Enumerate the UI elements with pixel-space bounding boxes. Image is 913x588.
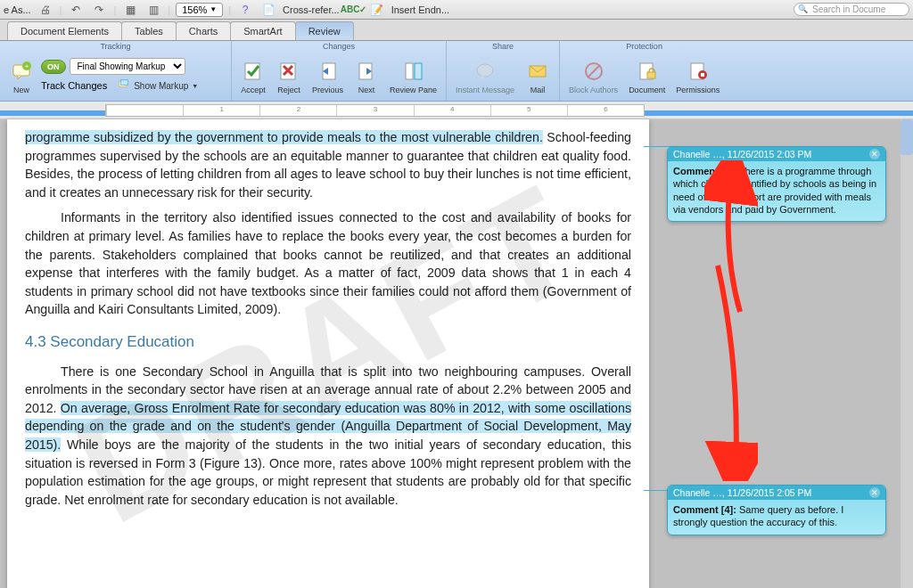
group-title-share: Share (452, 41, 554, 52)
comment-author-2: Chanelle …, (673, 487, 725, 498)
group-title-tracking: Tracking (5, 41, 226, 52)
ribbon-tabs: Document Elements Tables Charts SmartArt… (0, 20, 913, 41)
protect-document-button[interactable]: Document (625, 57, 669, 96)
search-input[interactable]: Search in Docume (794, 3, 909, 16)
comments-pane: Chanelle …, 11/26/2015 2:03 PM ✕ Comment… (649, 119, 899, 588)
redo-icon[interactable]: ↷ (90, 2, 108, 18)
tab-review[interactable]: Review (295, 21, 354, 40)
protect-document-label: Document (629, 86, 665, 94)
comment-author-1: Chanelle …, (673, 149, 725, 159)
ribbon-group-changes: Changes Accept Reject Previous Next Revi… (232, 41, 447, 101)
vertical-scrollbar[interactable] (901, 119, 913, 588)
new-label: New (13, 86, 29, 94)
accept-icon (241, 59, 266, 84)
next-change-icon (354, 59, 379, 84)
tab-document-elements[interactable]: Document Elements (7, 21, 122, 40)
reject-icon (276, 59, 301, 84)
comment-body-2: Comment [4]: Same query as before. I str… (668, 500, 885, 535)
comment-timestamp-1: 11/26/2015 2:03 PM (728, 149, 812, 159)
reject-label: Reject (277, 86, 300, 94)
instant-message-button[interactable]: Instant Message (452, 57, 518, 96)
next-change-label: Next (358, 86, 375, 94)
insert-endnote-label[interactable]: Insert Endn... (391, 4, 449, 15)
document-area: DRAFT programme subsidized by the govern… (0, 119, 913, 588)
document-page[interactable]: DRAFT programme subsidized by the govern… (7, 119, 649, 588)
zoom-value: 156% (182, 4, 207, 15)
im-label: Instant Message (456, 86, 514, 94)
previous-label: Previous (312, 86, 343, 94)
mail-label: Mail (531, 86, 546, 94)
track-changes-label: Track Changes (41, 80, 107, 91)
im-icon (473, 59, 498, 84)
show-markup-label: Show Markup (134, 81, 188, 91)
comment-balloon-1[interactable]: Chanelle …, 11/26/2015 2:03 PM ✕ Comment… (667, 146, 886, 222)
ribbon: Tracking + New ON Final Showing Markup T… (0, 41, 913, 102)
svg-rect-10 (415, 63, 422, 79)
block-authors-button[interactable]: Block Authors (565, 57, 621, 96)
zoom-selector[interactable]: 156%▼ (176, 3, 223, 17)
quick-access-toolbar: e As... 🖨 | ↶ ↷ | ▦ ▥ | 156%▼ | ? 📄 Cros… (0, 0, 913, 20)
show-markup-button[interactable]: Show Markup ▼ (114, 77, 202, 94)
tab-charts[interactable]: Charts (176, 21, 231, 40)
comment-header-2: Chanelle …, 11/26/2015 2:05 PM ✕ (668, 486, 885, 500)
show-markup-icon (118, 78, 130, 93)
paragraph-3b: While boys are the majority of the stude… (25, 437, 631, 507)
comment-balloon-2[interactable]: Chanelle …, 11/26/2015 2:05 PM ✕ Comment… (667, 485, 886, 535)
svg-text:+: + (25, 62, 29, 70)
help-icon[interactable]: ? (236, 2, 254, 18)
cross-reference-label[interactable]: Cross-refer... (283, 4, 340, 15)
previous-icon (316, 59, 341, 84)
review-pane-button[interactable]: Review Pane (386, 57, 440, 96)
svg-rect-9 (406, 63, 413, 79)
highlighted-text-1: programme subsidized by the government t… (25, 130, 543, 144)
comment-body-1: Comment [3]: There is a programme throug… (668, 161, 885, 221)
previous-button[interactable]: Previous (308, 57, 347, 96)
review-pane-icon (401, 59, 426, 84)
markup-mode-select[interactable]: Final Showing Markup (70, 58, 185, 75)
endnote-icon[interactable]: 📝 (368, 2, 386, 18)
horizontal-ruler[interactable]: 123456 (0, 102, 913, 119)
reject-button[interactable]: Reject (273, 57, 305, 96)
print-icon[interactable]: 🖨 (37, 2, 54, 18)
undo-icon[interactable]: ↶ (67, 2, 85, 18)
svg-point-11 (477, 64, 493, 77)
tab-smartart[interactable]: SmartArt (230, 21, 295, 40)
scrollbar-thumb[interactable] (901, 119, 913, 155)
mail-icon (525, 59, 550, 84)
bookmark-icon[interactable]: 📄 (259, 2, 277, 18)
table-icon[interactable]: ▦ (121, 2, 139, 18)
comment-timestamp-2: 11/26/2015 2:05 PM (728, 487, 812, 498)
comment-close-1[interactable]: ✕ (869, 149, 880, 159)
accept-button[interactable]: Accept (237, 57, 269, 96)
review-pane-label: Review Pane (390, 86, 437, 94)
svg-rect-17 (647, 72, 655, 78)
comment-label-1: Comment [3]: (673, 166, 736, 176)
section-heading: 4.3 Secondary Education (25, 331, 631, 354)
spellcheck-icon[interactable]: ABC✓ (345, 2, 363, 18)
document-lock-icon (635, 59, 660, 84)
search-placeholder: Search in Docume (812, 4, 885, 14)
svg-rect-20 (701, 73, 704, 77)
comment-header-1: Chanelle …, 11/26/2015 2:03 PM ✕ (668, 147, 885, 161)
permissions-button[interactable]: Permissions (672, 57, 723, 96)
save-as-label[interactable]: e As... (4, 4, 31, 15)
comment-label-2: Comment [4]: (673, 504, 736, 515)
group-title-changes: Changes (237, 41, 440, 52)
svg-rect-4 (121, 80, 128, 86)
accept-label: Accept (241, 86, 266, 94)
columns-icon[interactable]: ▥ (144, 2, 162, 18)
ribbon-group-protection: Protection Block Authors Document Permis… (560, 41, 728, 101)
tab-tables[interactable]: Tables (121, 21, 177, 40)
permissions-label: Permissions (676, 86, 720, 94)
paragraph-2: Informants in the territory also identif… (25, 208, 631, 319)
block-authors-label: Block Authors (569, 86, 618, 94)
mail-button[interactable]: Mail (522, 57, 554, 96)
ribbon-group-share: Share Instant Message Mail (447, 41, 560, 101)
new-comment-icon: + (9, 59, 34, 84)
track-changes-toggle[interactable]: ON (41, 60, 66, 74)
block-authors-icon (581, 59, 606, 84)
next-change-button[interactable]: Next (350, 57, 382, 96)
new-comment-button[interactable]: + New (5, 57, 37, 96)
permissions-icon (686, 59, 711, 84)
comment-close-2[interactable]: ✕ (869, 487, 880, 498)
